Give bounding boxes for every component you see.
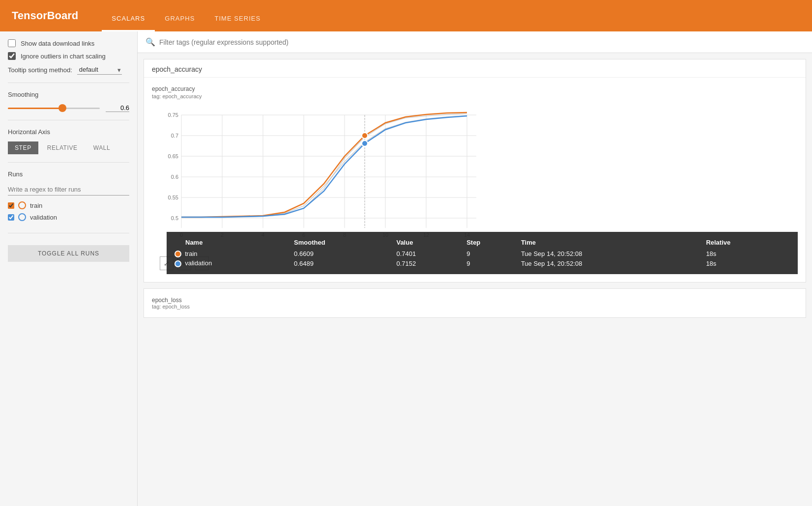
chart-svg-wrapper: 0.75 0.7 0.65 0.6 0.55 0.5 0 2 4 6 <box>152 105 798 274</box>
svg-text:0.7: 0.7 <box>171 133 178 139</box>
tooltip-header-time: Time <box>521 238 706 249</box>
tooltip-validation-dot <box>174 260 181 267</box>
nav-scalars[interactable]: SCALARS <box>102 15 155 31</box>
search-icon: 🔍 <box>145 37 155 47</box>
svg-text:0.5: 0.5 <box>171 215 178 221</box>
run-validation-color <box>18 213 26 221</box>
runs-section: Runs train validation <box>8 170 129 233</box>
display-options-section: Show data download links Ignore outliers… <box>8 39 129 83</box>
ignore-outliers-checkbox[interactable] <box>8 52 16 60</box>
smoothing-section: Smoothing 0.6 <box>8 91 129 120</box>
tooltip-sorting-row: Tooltip sorting method: default ascendin… <box>8 65 129 75</box>
horizontal-axis-section: Horizontal Axis STEP RELATIVE WALL <box>8 128 129 163</box>
chart-area: epoch_accuracy tag: epoch_accuracy <box>144 78 806 282</box>
svg-text:0.75: 0.75 <box>168 112 178 118</box>
svg-text:0.55: 0.55 <box>168 195 178 200</box>
tooltip-row-validation: validation 0.6489 0.7152 9 Tue Sep 14, 2… <box>174 258 790 268</box>
accuracy-chart-svg: 0.75 0.7 0.65 0.6 0.55 0.5 0 2 4 6 <box>152 105 496 253</box>
ignore-outliers-row: Ignore outliers in chart scaling <box>8 52 129 60</box>
svg-text:0.6: 0.6 <box>171 174 178 180</box>
main-content: 🔍 epoch_accuracy epoch_accuracy tag: epo… <box>138 31 812 506</box>
tooltip-header-value: Value <box>396 238 466 249</box>
tooltip-train-dot <box>174 251 181 257</box>
axis-button-group: STEP RELATIVE WALL <box>8 141 129 154</box>
sidebar: Show data download links Ignore outliers… <box>0 31 138 506</box>
search-input[interactable] <box>159 38 804 46</box>
tooltip-header-name: Name <box>174 238 294 249</box>
smoothing-slider[interactable] <box>8 108 100 109</box>
tooltip-row-train: train 0.6609 0.7401 9 Tue Sep 14, 20:52:… <box>174 249 790 259</box>
tooltip-validation-time: Tue Sep 14, 20:52:08 <box>521 258 706 268</box>
run-validation-checkbox[interactable] <box>8 214 14 221</box>
run-validation-label: validation <box>30 214 57 221</box>
axis-wall-button[interactable]: WALL <box>87 141 117 154</box>
show-download-checkbox[interactable] <box>8 39 16 47</box>
tooltip-train-relative: 18s <box>706 249 790 259</box>
run-train-color <box>18 201 26 209</box>
smoothing-slider-row: 0.6 <box>8 104 129 112</box>
tooltip-select-wrapper[interactable]: default ascending descending nearest <box>77 65 122 75</box>
runs-title: Runs <box>8 170 129 178</box>
show-download-row: Show data download links <box>8 39 129 47</box>
tooltip-sorting-select[interactable]: default ascending descending nearest <box>77 65 122 75</box>
axis-step-button[interactable]: STEP <box>8 141 38 154</box>
axis-relative-button[interactable]: RELATIVE <box>40 141 85 154</box>
run-train-row: train <box>8 201 129 209</box>
tooltip-validation-relative: 18s <box>706 258 790 268</box>
app-header: TensorBoard SCALARS GRAPHS TIME SERIES <box>0 0 812 31</box>
epoch-loss-title: epoch_loss <box>152 297 798 304</box>
tooltip-header-relative: Relative <box>706 238 790 249</box>
run-train-checkbox[interactable] <box>8 202 14 209</box>
tooltip-train-value: 0.7401 <box>396 249 466 259</box>
toggle-all-runs-button[interactable]: TOGGLE ALL RUNS <box>8 245 129 262</box>
tooltip-train-name: train <box>174 249 294 259</box>
tooltip-train-step: 9 <box>466 249 521 259</box>
svg-point-30 <box>362 141 368 146</box>
tooltip-header-smoothed: Smoothed <box>294 238 396 249</box>
app-logo: TensorBoard <box>12 9 78 22</box>
main-nav: SCALARS GRAPHS TIME SERIES <box>102 0 270 31</box>
svg-point-29 <box>362 133 368 139</box>
tooltip-sorting-label: Tooltip sorting method: <box>8 66 72 74</box>
tooltip-validation-smoothed: 0.6489 <box>294 258 396 268</box>
nav-graphs[interactable]: GRAPHS <box>155 15 204 31</box>
run-validation-row: validation <box>8 213 129 221</box>
tooltip-table: Name Smoothed Value Step Time Relative <box>174 238 790 268</box>
smoothing-title: Smoothing <box>8 91 129 98</box>
nav-time-series[interactable]: TIME SERIES <box>204 15 270 31</box>
search-bar: 🔍 <box>138 31 812 53</box>
horizontal-axis-title: Horizontal Axis <box>8 128 129 136</box>
chart-tag: tag: epoch_accuracy <box>152 93 798 99</box>
epoch-loss-section: epoch_loss tag: epoch_loss <box>144 288 806 318</box>
chart-tooltip: Name Smoothed Value Step Time Relative <box>167 232 798 274</box>
epoch-accuracy-title: epoch_accuracy <box>144 59 806 78</box>
run-train-label: train <box>30 202 42 209</box>
tooltip-validation-step: 9 <box>466 258 521 268</box>
svg-text:0.65: 0.65 <box>168 153 178 159</box>
tooltip-train-time: Tue Sep 14, 20:52:08 <box>521 249 706 259</box>
runs-filter-input[interactable] <box>8 184 129 196</box>
epoch-loss-tag: tag: epoch_loss <box>152 304 798 309</box>
tooltip-validation-name: validation <box>174 258 294 268</box>
tooltip-header-step: Step <box>466 238 521 249</box>
ignore-outliers-label: Ignore outliers in chart scaling <box>21 53 106 60</box>
epoch-accuracy-section: epoch_accuracy epoch_accuracy tag: epoch… <box>144 59 806 282</box>
tooltip-validation-value: 0.7152 <box>396 258 466 268</box>
chart-label: epoch_accuracy <box>152 85 798 92</box>
tooltip-train-smoothed: 0.6609 <box>294 249 396 259</box>
show-download-label: Show data download links <box>21 40 94 47</box>
smoothing-value-input[interactable]: 0.6 <box>106 104 129 112</box>
